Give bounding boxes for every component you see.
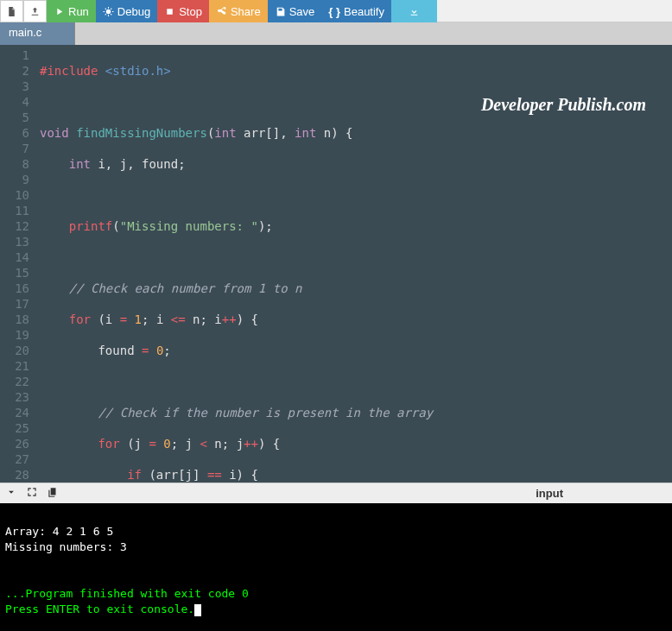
save-icon <box>275 6 286 17</box>
download-button[interactable] <box>391 0 437 22</box>
tab-main-c[interactable]: main.c <box>0 22 75 45</box>
share-icon <box>216 6 227 17</box>
line-number: 21 <box>7 358 29 374</box>
console-toolbar: input <box>0 483 672 503</box>
console-output[interactable]: Array: 4 2 1 6 5 Missing numbers: 3 ...P… <box>0 503 672 631</box>
line-number: 16 <box>7 281 29 296</box>
new-file-button[interactable] <box>0 0 23 22</box>
line-number: 26 <box>7 436 29 451</box>
download-icon <box>409 6 420 17</box>
line-number: 6 <box>7 125 29 141</box>
debug-button[interactable]: Debug <box>96 0 157 22</box>
line-number: 14 <box>7 249 29 265</box>
stop-icon <box>164 6 175 17</box>
braces-icon: { } <box>328 5 340 18</box>
line-number: 4 <box>7 94 29 110</box>
line-number: 18 <box>7 312 29 327</box>
toolbar: Run Debug Stop Share Save { } Beautify <box>0 0 672 22</box>
stop-button[interactable]: Stop <box>157 0 209 22</box>
tab-bar: main.c <box>0 22 672 45</box>
line-number: 28 <box>7 467 29 483</box>
line-number: 7 <box>7 141 29 156</box>
line-number: 27 <box>7 451 29 467</box>
line-number: 24 <box>7 405 29 420</box>
debug-label: Debug <box>117 5 150 18</box>
console-input-label: input <box>536 487 563 500</box>
line-number: 22 <box>7 374 29 389</box>
bug-icon <box>103 6 114 17</box>
share-label: Share <box>231 5 261 18</box>
line-number: 3 <box>7 79 29 94</box>
upload-icon <box>29 6 41 17</box>
line-number: 5 <box>7 110 29 125</box>
upload-button[interactable] <box>23 0 47 22</box>
chevron-down-icon[interactable] <box>5 486 17 502</box>
line-number: 10 <box>7 187 29 203</box>
copy-icon[interactable] <box>47 486 59 502</box>
line-number: 20 <box>7 343 29 358</box>
line-number: 25 <box>7 420 29 436</box>
console-line: Press ENTER to exit console. <box>5 603 194 615</box>
line-gutter: 1234567891011121314151617181920212223242… <box>0 45 35 483</box>
expand-icon[interactable] <box>26 486 38 502</box>
cursor <box>194 604 201 616</box>
beautify-button[interactable]: { } Beautify <box>321 0 391 22</box>
console-line: Missing numbers: 3 <box>5 540 127 553</box>
file-icon <box>6 6 17 17</box>
line-number: 2 <box>7 63 29 79</box>
save-button[interactable]: Save <box>268 0 322 22</box>
line-number: 23 <box>7 389 29 405</box>
beautify-label: Beautify <box>344 5 384 18</box>
tab-label: main.c <box>9 26 41 39</box>
save-label: Save <box>289 5 315 18</box>
code-content[interactable]: #include <stdio.h> void findMissingNumbe… <box>35 45 672 483</box>
console-line: Array: 4 2 1 6 5 <box>5 525 113 538</box>
play-icon <box>54 6 65 17</box>
line-number: 17 <box>7 296 29 312</box>
line-number: 12 <box>7 218 29 234</box>
line-number: 11 <box>7 203 29 218</box>
line-number: 19 <box>7 327 29 343</box>
stop-label: Stop <box>179 5 202 18</box>
code-editor[interactable]: 1234567891011121314151617181920212223242… <box>0 45 672 483</box>
run-label: Run <box>68 5 89 18</box>
line-number: 13 <box>7 234 29 249</box>
line-number: 9 <box>7 172 29 187</box>
run-button[interactable]: Run <box>47 0 96 22</box>
line-number: 1 <box>7 47 29 63</box>
svg-point-0 <box>106 9 111 13</box>
console-line: ...Program finished with exit code 0 <box>5 587 249 600</box>
line-number: 8 <box>7 156 29 172</box>
share-button[interactable]: Share <box>209 0 268 22</box>
line-number: 15 <box>7 265 29 281</box>
svg-rect-1 <box>167 9 173 15</box>
